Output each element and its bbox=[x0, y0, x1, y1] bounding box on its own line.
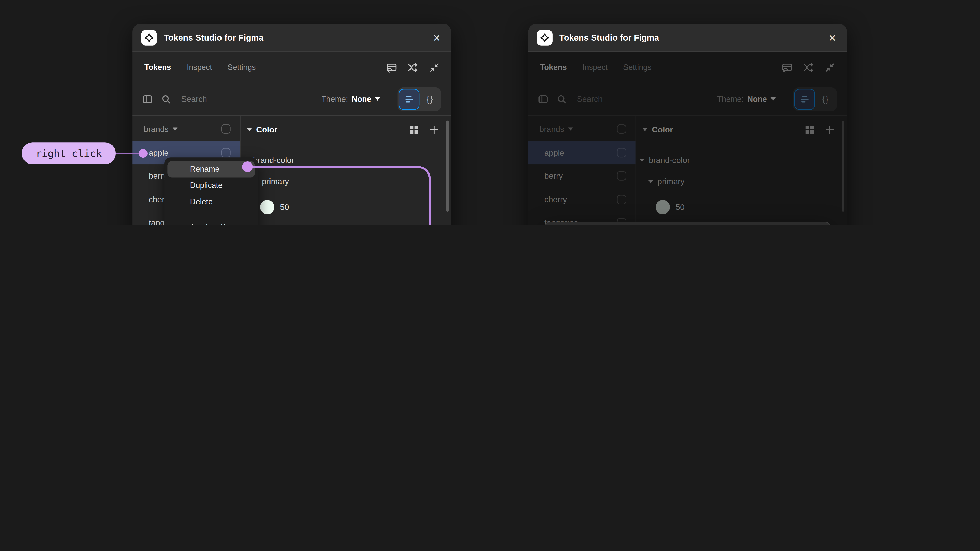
tab-inspect[interactable]: Inspect bbox=[187, 63, 212, 72]
search-icon bbox=[161, 94, 171, 104]
token-group-brand-color[interactable]: brand-color bbox=[241, 151, 451, 169]
chevron-down-icon[interactable] bbox=[247, 128, 252, 131]
tab-tokens[interactable]: Tokens bbox=[145, 63, 171, 72]
context-menu: Rename Duplicate Delete Treat as Source bbox=[164, 157, 258, 225]
right-click-annotation-badge: right click bbox=[22, 142, 116, 164]
swatch-list: 50 100 200 300 400 500 600 700 800 900 bbox=[241, 194, 451, 225]
toolbar-icons bbox=[386, 62, 439, 73]
collapse-icon[interactable] bbox=[429, 62, 439, 73]
chevron-down-icon bbox=[172, 127, 177, 130]
titlebar: Tokens Studio for Figma ✕ bbox=[132, 24, 451, 52]
set-checkbox[interactable] bbox=[221, 148, 231, 157]
menu-item-rename[interactable]: Rename bbox=[167, 161, 255, 178]
search-row: Theme: None { } bbox=[132, 83, 451, 116]
menu-item-treat-as-source[interactable]: Treat as Source bbox=[167, 219, 255, 225]
figma-canvas: Tokens Studio for Figma ✕ Tokens Inspect… bbox=[0, 0, 980, 225]
token-group-primary[interactable]: primary bbox=[241, 171, 451, 190]
modal-dim-overlay bbox=[528, 52, 847, 225]
menu-item-delete[interactable]: Delete bbox=[167, 194, 255, 210]
tab-settings[interactable]: Settings bbox=[228, 63, 256, 72]
theme-value: None bbox=[352, 95, 371, 103]
window-title: Tokens Studio for Figma bbox=[164, 33, 264, 42]
json-view-button[interactable]: { } bbox=[419, 89, 440, 110]
sidebar-toggle-icon[interactable] bbox=[142, 94, 152, 104]
set-checkbox[interactable] bbox=[221, 124, 231, 134]
token-row-50[interactable]: 50 bbox=[241, 194, 451, 220]
scrollbar-thumb[interactable] bbox=[446, 121, 449, 212]
theme-label: Theme: bbox=[321, 95, 348, 103]
rename-dialog: Rename brands/apple Name Cancel Change bbox=[544, 222, 832, 225]
tokens-studio-logo-icon bbox=[141, 30, 157, 45]
grid-view-icon[interactable] bbox=[409, 125, 419, 134]
add-token-icon[interactable] bbox=[429, 125, 439, 134]
plugin-window-right: Tokens Studio for Figma ✕ Tokens Inspect… bbox=[528, 24, 847, 225]
theme-dropdown[interactable]: Theme: None bbox=[321, 95, 380, 103]
menu-item-duplicate[interactable]: Duplicate bbox=[167, 178, 255, 194]
view-toggle: { } bbox=[398, 87, 441, 111]
shuffle-icon[interactable] bbox=[407, 62, 419, 73]
color-section-header: Color bbox=[241, 116, 451, 143]
tab-bar: Tokens Inspect Settings bbox=[132, 52, 451, 83]
tokens-studio-logo-icon bbox=[537, 30, 552, 45]
titlebar: Tokens Studio for Figma ✕ bbox=[528, 24, 847, 52]
close-icon[interactable]: ✕ bbox=[431, 31, 442, 44]
token-list-area: Color brand-color primary 50 100 bbox=[241, 116, 451, 225]
sync-window-icon[interactable] bbox=[386, 62, 397, 73]
dialog-title: Rename brands/apple bbox=[544, 222, 831, 225]
search-input[interactable] bbox=[180, 94, 293, 104]
color-swatch[interactable] bbox=[260, 200, 274, 214]
close-icon[interactable]: ✕ bbox=[827, 31, 838, 44]
plugin-window-left: Tokens Studio for Figma ✕ Tokens Inspect… bbox=[132, 24, 451, 225]
set-row-brands[interactable]: brands bbox=[132, 118, 240, 141]
token-row-100[interactable]: 100 bbox=[241, 220, 451, 225]
chevron-down-icon bbox=[375, 97, 380, 100]
window-title: Tokens Studio for Figma bbox=[559, 33, 659, 42]
list-view-button[interactable] bbox=[399, 89, 419, 110]
